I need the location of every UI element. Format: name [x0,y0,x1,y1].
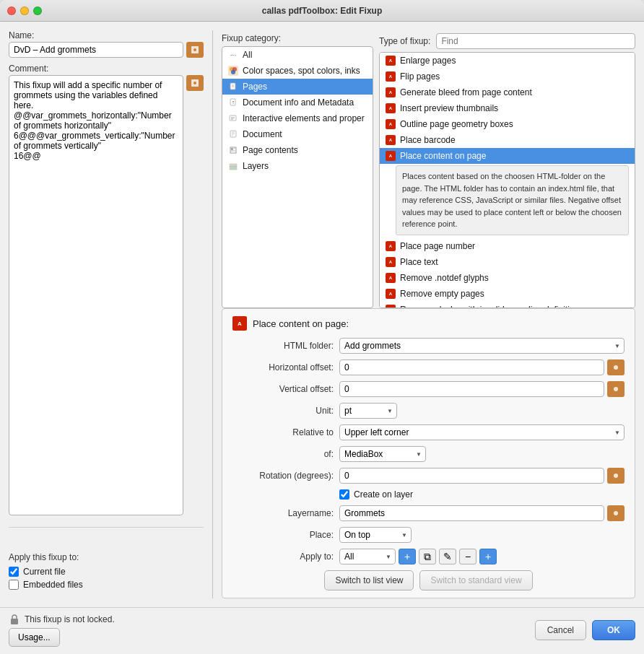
embedded-files-checkbox[interactable] [9,580,19,590]
html-folder-row: HTML folder: Add grommets ▼ [232,338,625,354]
right-panel: Fixup category: ··· All [222,30,635,598]
usage-btn[interactable]: Usage... [9,628,60,647]
vert-offset-input[interactable] [339,381,604,397]
switch-to-list-btn[interactable]: Switch to list view [324,570,414,590]
type-barcode-label: Place barcode [400,135,456,145]
apply-to-select[interactable]: All Even pages Odd pages [339,549,396,564]
apply-section: Apply this fixup to: Current file Embedd… [9,546,204,598]
cat-cs-label: Color spaces, spot colors, inks [243,66,360,76]
docinfo-icon [229,98,238,107]
pdf-icon: A [386,151,396,161]
horiz-offset-input[interactable] [339,359,604,375]
rotation-row: Rotation (degrees): [232,468,625,484]
type-flip-pages[interactable]: A Flip pages [380,69,635,84]
comment-textarea[interactable]: This fixup will add a specific number of… [9,75,183,515]
svg-point-29 [614,474,618,478]
type-place-barcode[interactable]: A Place barcode [380,132,635,148]
minimize-button[interactable] [20,6,29,15]
config-section: A Place content on page: HTML folder: Ad… [222,308,635,598]
of-select[interactable]: MediaBox TrimBox BleedBox CropBox ArtBox [339,446,426,462]
cat-item-pages[interactable]: Pages [222,79,373,95]
svg-rect-25 [230,166,237,167]
lock-row: This fixup is not locked. [9,614,115,625]
type-generate-bleed[interactable]: A Generate bleed from page content [380,84,635,100]
apply-to-label: Apply to: [232,551,334,562]
place-select[interactable]: On top Behind [339,527,412,543]
name-icon-btn[interactable] [186,42,204,58]
layer-name-control [339,505,625,521]
cat-document-icon [228,129,238,139]
rotation-label: Rotation (degrees): [232,471,334,481]
svg-rect-13 [230,115,236,121]
cat-item-document[interactable]: Document [222,126,373,142]
type-place-text[interactable]: A Place text [380,254,635,270]
layer-name-btn[interactable] [607,505,625,521]
cat-pagecontents-label: Page contents [243,145,298,155]
unit-label: Unit: [232,406,334,416]
type-preview-label: Insert preview thumbnails [400,103,498,113]
close-button[interactable] [7,6,16,15]
cat-item-all[interactable]: ··· All [222,47,373,63]
create-layer-label: Create on layer [354,489,413,500]
horiz-offset-label: Horizontal offset: [232,362,334,372]
find-input[interactable] [436,33,635,49]
svg-rect-21 [231,148,233,150]
cat-docinfo-label: Document info and Metadata [243,97,354,108]
type-remove-notdef[interactable]: A Remove .notdef glyphs [380,270,635,286]
comment-row: This fixup will add a specific number of… [9,75,204,515]
cat-item-colorspaces[interactable]: Color spaces, spot colors, inks [222,63,373,79]
type-enlarge-pages[interactable]: A Enlarge pages [380,53,635,69]
apply-add-btn[interactable]: + [399,549,416,564]
type-header-row: Type of fixup: [379,30,635,52]
rotation-btn[interactable] [607,468,625,484]
apply-copy-btn[interactable]: ⧉ [419,549,436,564]
type-place-content-label: Place content on page [400,151,486,161]
type-remove-glyphs[interactable]: A Remove glyphs with invalid encoding de… [380,302,635,309]
ok-btn[interactable]: OK [592,620,635,640]
cat-document-label: Document [243,129,282,139]
gear-icon-horiz [612,364,619,371]
relative-to-select[interactable]: Upper left corner Upper right corner Low… [339,424,625,440]
type-text-label: Place text [400,257,438,267]
svg-rect-16 [230,131,236,137]
html-folder-select[interactable]: Add grommets [339,338,625,354]
apply-remove-btn[interactable]: − [459,549,477,564]
type-insert-preview[interactable]: A Insert preview thumbnails [380,100,635,116]
cat-item-interactive[interactable]: Interactive elements and proper [222,110,373,126]
relative-to-label: Relative to [232,427,334,437]
type-flip-label: Flip pages [400,71,440,82]
create-layer-checkbox[interactable] [339,489,349,500]
apply-edit-btn[interactable]: ✎ [439,549,456,564]
content-area: Name: Comment: This fixup will add a spe… [0,22,644,607]
horiz-offset-btn[interactable] [607,359,625,375]
comment-section: Comment: This fixup will add a specific … [9,64,204,515]
type-notdef-label: Remove .notdef glyphs [400,273,489,283]
cat-item-pagecontents[interactable]: Page contents [222,142,373,158]
type-place-content[interactable]: A Place content on page [380,148,635,164]
type-place-content-wrapper: A Place content on page Places content b… [380,148,635,235]
maximize-button[interactable] [33,6,42,15]
unit-select[interactable]: pt mm cm in [339,403,397,419]
cat-item-layers[interactable]: Layers [222,158,373,174]
type-empty-label: Remove empty pages [400,289,484,299]
rotation-input[interactable] [339,468,604,484]
type-place-page-num[interactable]: A Place page number [380,238,635,254]
type-outline-page-geo[interactable]: A Outline page geometry boxes [380,116,635,132]
cancel-btn[interactable]: Cancel [535,620,586,640]
cat-pages-icon [228,82,238,92]
type-header: Type of fixup: [379,33,430,49]
type-remove-empty[interactable]: A Remove empty pages [380,286,635,302]
current-file-checkbox[interactable] [9,567,19,577]
comment-icon-btn[interactable] [186,75,204,91]
vert-offset-control [339,381,625,397]
vert-offset-btn[interactable] [607,381,625,397]
name-section: Name: [9,30,204,58]
vert-offset-row: Vertical offset: [232,381,625,397]
svg-point-6 [231,70,235,74]
apply-add2-btn[interactable]: + [479,549,497,564]
lock-icon [9,614,20,625]
layer-name-input[interactable] [339,505,604,521]
pdf-icon: A [386,103,396,113]
cat-item-docinfo[interactable]: Document info and Metadata [222,95,373,110]
name-input[interactable] [9,42,183,58]
